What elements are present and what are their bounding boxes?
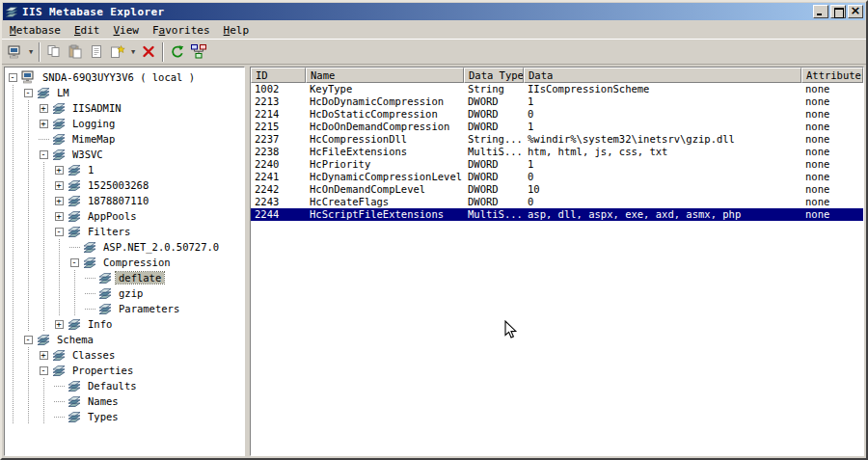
plus-icon[interactable]: + [55,181,64,190]
plus-icon[interactable]: + [55,320,64,329]
expand-toggle[interactable]: - [51,224,67,239]
expand-toggle[interactable]: + [51,193,67,208]
tree-item-mimemap[interactable]: MimeMap [5,131,244,147]
new-record-dropdown-arrow[interactable]: ▼ [128,48,138,56]
minus-icon[interactable]: - [24,336,33,344]
table-row-2215[interactable]: 2215HcDoOnDemandCompressionDWORD1none [251,121,863,133]
cell-attributes: none [801,171,863,183]
tree-item-info[interactable]: +Info [5,316,244,332]
tree-item-apppools[interactable]: +AppPools [5,208,244,224]
plus-icon[interactable]: + [55,212,64,221]
connect-button[interactable] [5,41,26,62]
minus-icon[interactable]: - [55,228,64,236]
menu-view[interactable]: View [106,23,146,38]
paste-button[interactable] [65,41,86,62]
expand-toggle[interactable]: + [36,116,51,131]
tree-item-schema[interactable]: -Schema [5,332,244,347]
table-row-2242[interactable]: 2242HcOnDemandCompLevelDWORD10none [251,183,863,196]
minus-icon[interactable]: - [40,366,48,375]
column-header-attributes[interactable]: Attributes [801,68,863,83]
tree-item-compression[interactable]: -Compression [5,255,244,270]
expand-toggle[interactable]: - [67,255,82,270]
refresh-button[interactable] [167,41,188,62]
minus-icon[interactable]: - [9,73,17,82]
table-row-2243[interactable]: 2243HcCreateFlagsDWORD0none [251,196,863,208]
table-row-2241[interactable]: 2241HcDynamicCompressionLevelDWORD0none [251,171,863,183]
tree-item-filters[interactable]: -Filters [5,224,244,239]
table-row-2214[interactable]: 2214HcDoStaticCompressionDWORD0none [251,108,863,121]
tree-item-label: SNDA-69Q3UYY3V6 ( local ) [40,71,198,83]
plus-icon[interactable]: + [55,166,64,175]
tree-item-parameters[interactable]: Parameters [5,301,244,316]
tree-item-defaults[interactable]: Defaults [5,378,244,393]
tree-indent-guide [36,193,51,208]
minus-icon[interactable]: - [70,258,79,267]
tree-item-asp-net-2-0-50727-0[interactable]: ASP.NET_2.0.50727.0 [5,239,244,255]
title-bar[interactable]: IIS Metabase Explorer [3,3,865,20]
tree-item-1878807110[interactable]: +1878807110 [5,193,244,208]
expand-toggle[interactable]: + [36,347,51,363]
tree-item-properties[interactable]: -Properties [5,363,244,378]
tree-item-iisadmin[interactable]: +IISADMIN [5,100,244,116]
copy-button[interactable] [43,41,65,62]
tree-item-1525003268[interactable]: +1525003268 [5,177,244,193]
property-list: IDNameData TypeDataAttributes 1002KeyTyp… [250,67,864,456]
minimize-button[interactable] [813,5,828,18]
menu-help[interactable]: Help [217,23,257,38]
plus-icon[interactable]: + [40,351,48,360]
table-row-2238[interactable]: 2238HcFileExtensionsMultiS...htm, html, … [251,146,863,158]
expand-toggle[interactable]: + [36,100,51,116]
plus-icon[interactable]: + [40,104,48,113]
tree-item-gzip[interactable]: gzip [5,285,244,301]
network-button[interactable] [188,41,209,62]
menu-metabase[interactable]: Metabase [3,23,68,38]
table-row-2213[interactable]: 2213HcDoDynamicCompressionDWORD1none [251,95,863,108]
tree-indent-guide [20,255,36,270]
tree-item-types[interactable]: Types [5,409,244,424]
menu-edit[interactable]: Edit [68,23,107,38]
column-header-id[interactable]: ID [251,68,306,83]
new-record-button[interactable] [107,41,128,62]
expand-toggle[interactable]: - [5,69,20,85]
cell-data-type: DWORD [464,183,524,196]
tree-item-classes[interactable]: +Classes [5,347,244,363]
tree-item-1[interactable]: +1 [5,162,244,177]
close-button[interactable] [848,5,863,18]
column-header-data[interactable]: Data [524,68,801,83]
menu-favorites[interactable]: Favorites [146,23,217,38]
column-header-name[interactable]: Name [306,68,464,83]
expand-toggle[interactable]: + [51,316,67,332]
table-row-1002[interactable]: 1002KeyTypeStringIIsCompressionSchemenon… [251,83,863,95]
minus-icon[interactable]: - [40,150,48,159]
maximize-button[interactable] [830,5,846,18]
metabase-tree[interactable]: -SNDA-69Q3UYY3V6 ( local )-LM+IISADMIN+L… [4,67,245,456]
tree-item-names[interactable]: Names [5,393,244,409]
table-row-2244[interactable]: 2244HcScriptFileExtensionsMultiS...asp, … [251,208,863,221]
plus-icon[interactable]: + [55,197,64,205]
minus-icon[interactable]: - [24,89,33,97]
table-row-2240[interactable]: 2240HcPriorityDWORD1none [251,158,863,171]
expand-toggle[interactable]: + [51,177,67,193]
tree-item-logging[interactable]: +Logging [5,116,244,131]
tree-item-label: ASP.NET_2.0.50727.0 [100,241,222,253]
expand-toggle[interactable]: + [51,208,67,224]
tree-item-label: Parameters [116,303,182,314]
tree-indent-guide [5,116,20,131]
expand-toggle[interactable]: - [20,332,36,347]
delete-record-button[interactable] [138,41,159,62]
expand-toggle[interactable]: - [20,85,36,100]
tree-item-snda-69q3uyy3v6-local[interactable]: -SNDA-69Q3UYY3V6 ( local ) [5,69,244,85]
expand-toggle[interactable]: + [51,162,67,177]
expand-toggle[interactable]: - [36,363,51,378]
connect-dropdown-arrow[interactable]: ▼ [26,48,36,56]
edit-record-button[interactable] [86,41,107,62]
table-row-2237[interactable]: 2237HcCompressionDllString...%windir%\sy… [251,133,863,146]
column-header-data-type[interactable]: Data Type [464,68,524,83]
tree-item-w3svc[interactable]: -W3SVC [5,147,244,162]
cell-data-type: MultiS... [464,146,524,158]
expand-toggle[interactable]: - [36,147,51,162]
tree-indent-guide [5,332,20,347]
tree-item-lm[interactable]: -LM [5,85,244,100]
plus-icon[interactable]: + [40,120,48,128]
tree-item-deflate[interactable]: deflate [5,270,244,285]
